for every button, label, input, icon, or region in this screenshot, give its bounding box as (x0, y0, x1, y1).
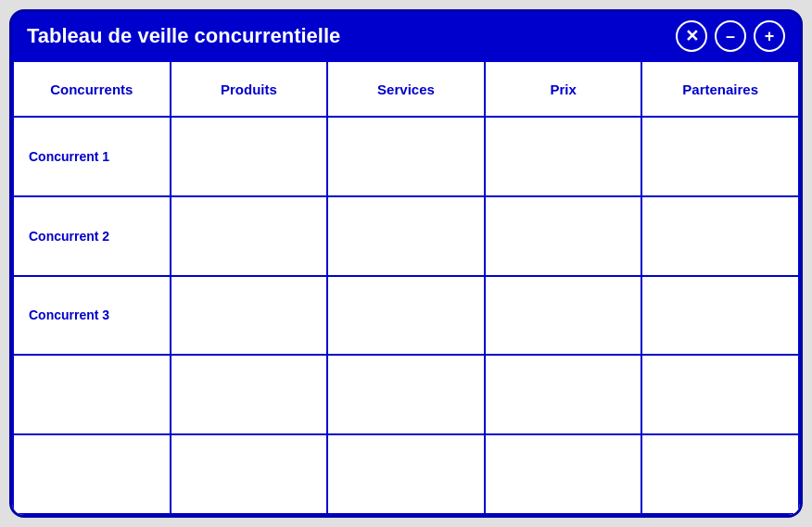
header-row: Concurrents Produits Services Prix Parte… (13, 61, 799, 117)
maximize-button[interactable]: + (754, 20, 785, 52)
row-3-concurrents[interactable]: Concurrent 3 (13, 276, 171, 356)
row-1-produits[interactable] (171, 117, 328, 196)
window-controls: ✕ – + (676, 20, 785, 52)
table-row: Concurrent 3 (13, 276, 799, 356)
close-button[interactable]: ✕ (676, 20, 707, 52)
row-2-prix[interactable] (485, 196, 642, 276)
col-header-services: Services (327, 61, 485, 117)
app-window: Tableau de veille concurrentielle ✕ – + … (9, 9, 803, 518)
row-4-concurrents[interactable] (13, 355, 171, 434)
row-5-partenaires[interactable] (641, 434, 799, 514)
row-1-prix[interactable] (485, 117, 642, 196)
row-4-partenaires[interactable] (641, 355, 799, 434)
title-bar: Tableau de veille concurrentielle ✕ – + (12, 12, 800, 60)
row-5-concurrents[interactable] (13, 434, 171, 514)
row-2-produits[interactable] (171, 196, 328, 276)
window-title: Tableau de veille concurrentielle (27, 24, 340, 48)
table-row: Concurrent 1 (13, 117, 799, 196)
table-row: Concurrent 2 (13, 196, 799, 276)
col-header-prix: Prix (485, 61, 642, 117)
row-3-produits[interactable] (171, 276, 328, 356)
row-4-produits[interactable] (171, 355, 328, 434)
row-3-services[interactable] (327, 276, 485, 356)
row-1-partenaires[interactable] (641, 117, 799, 196)
row-5-prix[interactable] (485, 434, 642, 514)
row-2-partenaires[interactable] (641, 196, 799, 276)
competitive-table: Concurrents Produits Services Prix Parte… (12, 60, 800, 515)
row-2-concurrents[interactable]: Concurrent 2 (13, 196, 171, 276)
row-5-services[interactable] (327, 434, 485, 514)
col-header-produits: Produits (171, 61, 328, 117)
table-row (13, 355, 799, 434)
row-4-services[interactable] (327, 355, 485, 434)
row-3-partenaires[interactable] (641, 276, 799, 356)
table-container: Concurrents Produits Services Prix Parte… (12, 60, 800, 515)
minimize-button[interactable]: – (715, 20, 746, 52)
col-header-concurrents: Concurrents (13, 61, 171, 117)
row-1-services[interactable] (327, 117, 485, 196)
table-row (13, 434, 799, 514)
row-3-prix[interactable] (485, 276, 642, 356)
row-2-services[interactable] (327, 196, 485, 276)
col-header-partenaires: Partenaires (641, 61, 799, 117)
row-4-prix[interactable] (485, 355, 642, 434)
row-1-concurrents[interactable]: Concurrent 1 (13, 117, 171, 196)
row-5-produits[interactable] (171, 434, 328, 514)
